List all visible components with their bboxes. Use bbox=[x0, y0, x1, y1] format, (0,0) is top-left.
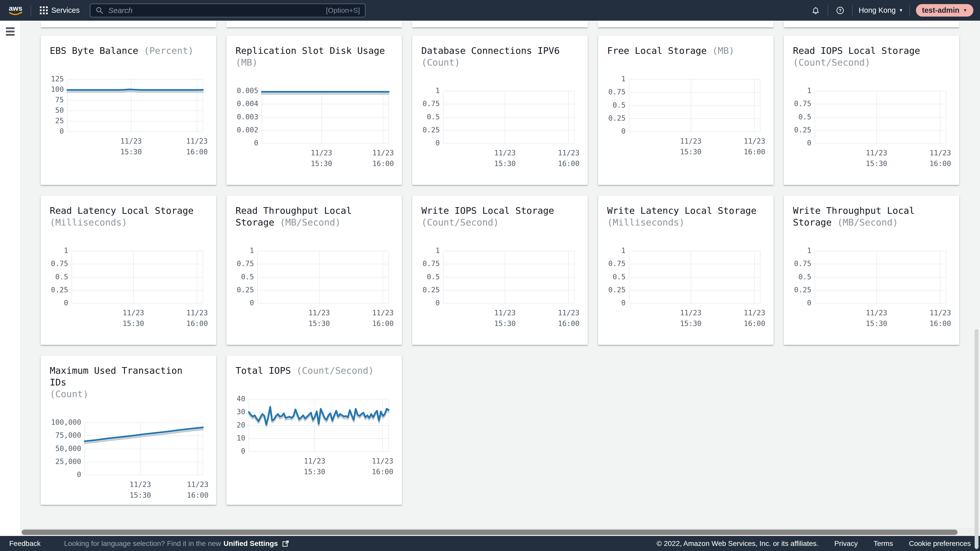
x-tick-label: 11/2316:00 bbox=[929, 148, 951, 169]
plot-area[interactable]: 11/2315:3011/2316:00 bbox=[629, 251, 760, 303]
x-tick-label: 11/2316:00 bbox=[372, 308, 393, 329]
chart-area[interactable]: 10.750.50.25011/2315:3011/2316:00 bbox=[793, 91, 946, 143]
plot-area[interactable]: 11/2315:3011/2316:00 bbox=[262, 91, 389, 143]
chart-area[interactable]: 10.750.50.25011/2315:3011/2316:00 bbox=[235, 251, 389, 303]
chart-area[interactable]: 10.750.50.25011/2315:3011/2316:00 bbox=[793, 251, 946, 303]
gridline bbox=[629, 131, 760, 132]
chart-area[interactable]: 125100755025011/2315:3011/2316:00 bbox=[50, 79, 203, 131]
y-tick-label: 1 bbox=[250, 247, 254, 254]
y-tick-label: 0.75 bbox=[794, 260, 811, 267]
chevron-down-icon: ▼ bbox=[963, 8, 967, 13]
y-tick-label: 0 bbox=[807, 140, 811, 147]
x-tick-label: 11/2316:00 bbox=[372, 148, 394, 169]
user-menu-button[interactable]: test-admin ▼ bbox=[916, 4, 974, 17]
metric-line-shadow bbox=[85, 429, 203, 443]
gridline bbox=[815, 104, 946, 104]
vertical-scrollbar-thumb[interactable] bbox=[975, 329, 978, 549]
chart-title: Total IOPS (Count/Second) bbox=[235, 365, 389, 376]
metric-card[interactable]: Replication Slot Disk Usage(MB)0.0050.00… bbox=[226, 36, 402, 185]
metric-card[interactable]: EBS Byte Balance (Percent)12510075502501… bbox=[41, 36, 216, 185]
copyright-text: © 2022, Amazon Web Services, Inc. or its… bbox=[657, 540, 818, 548]
y-tick-label: 40 bbox=[237, 395, 245, 403]
gridline bbox=[946, 251, 946, 303]
metric-card[interactable]: Read Latency Local Storage(Milliseconds)… bbox=[41, 196, 216, 345]
partial-metric-card[interactable] bbox=[784, 21, 959, 27]
gridline bbox=[940, 251, 940, 303]
gridline bbox=[319, 251, 320, 303]
metric-card[interactable]: Write Latency Local Storage(Milliseconds… bbox=[598, 196, 773, 345]
gridline bbox=[629, 303, 760, 303]
chart-area[interactable]: 10.750.50.25011/2315:3011/2316:00 bbox=[422, 91, 574, 143]
plot-area[interactable]: 11/2315:3011/2316:00 bbox=[815, 91, 946, 143]
global-search-box[interactable]: [Option+S] bbox=[90, 3, 366, 17]
metric-card[interactable]: Maximum Used Transaction IDs(Count)100,0… bbox=[41, 356, 216, 505]
plot-area[interactable]: 11/2315:3011/2316:00 bbox=[443, 251, 574, 303]
x-tick-label: 11/2315:30 bbox=[123, 308, 144, 329]
metric-card[interactable]: Total IOPS (Count/Second)40302010011/231… bbox=[226, 356, 402, 505]
unified-settings-link[interactable]: Unified Settings bbox=[224, 540, 278, 548]
metric-card[interactable]: Write IOPS Local Storage(Count/Second)10… bbox=[412, 196, 588, 345]
y-tick-label: 0.75 bbox=[423, 100, 440, 107]
services-menu-button[interactable]: Services bbox=[37, 4, 82, 17]
plot-area[interactable]: 11/2315:3011/2316:00 bbox=[85, 422, 203, 475]
cookie-preferences-link[interactable]: Cookie preferences bbox=[909, 540, 971, 548]
chart-area[interactable]: 0.0050.0040.0030.002011/2315:3011/2316:0… bbox=[235, 91, 389, 143]
gridline bbox=[815, 251, 815, 303]
notifications-button[interactable] bbox=[810, 5, 821, 16]
plot-area[interactable]: 11/2315:3011/2316:00 bbox=[67, 79, 203, 131]
metric-line bbox=[249, 407, 389, 424]
plot-area[interactable]: 11/2315:3011/2316:00 bbox=[443, 91, 574, 143]
open-menu-button[interactable] bbox=[6, 27, 14, 36]
metric-card[interactable]: Database Connections IPV6(Count)10.750.5… bbox=[412, 36, 588, 185]
help-button[interactable]: ? bbox=[834, 5, 846, 16]
partial-metric-card[interactable] bbox=[412, 21, 588, 27]
chart-area[interactable]: 10.750.50.25011/2315:3011/2316:00 bbox=[50, 251, 203, 303]
y-tick-label: 0 bbox=[435, 140, 440, 147]
plot-area[interactable]: 11/2315:3011/2316:00 bbox=[815, 251, 946, 303]
terms-link[interactable]: Terms bbox=[873, 540, 893, 548]
y-tick-label: 0.25 bbox=[423, 286, 440, 294]
language-selection-note: Looking for language selection? Find it … bbox=[64, 540, 289, 548]
chart-area[interactable]: 10.750.50.25011/2315:3011/2316:00 bbox=[422, 251, 574, 303]
y-tick-label: 0.003 bbox=[237, 114, 258, 121]
partial-metric-card[interactable] bbox=[41, 21, 216, 27]
y-axis-labels: 10.750.50.250 bbox=[607, 79, 629, 131]
chart-title: Database Connections IPV6(Count) bbox=[422, 45, 574, 68]
privacy-link[interactable]: Privacy bbox=[834, 540, 858, 548]
gridline bbox=[72, 303, 203, 303]
hamburger-icon bbox=[6, 27, 14, 29]
bell-icon bbox=[811, 6, 820, 15]
search-input[interactable] bbox=[108, 6, 326, 15]
plot-area[interactable]: 11/2315:3011/2316:00 bbox=[72, 251, 203, 303]
x-tick-label: 11/2316:00 bbox=[744, 136, 765, 157]
aws-logo[interactable]: aws bbox=[6, 5, 24, 16]
gridline bbox=[629, 92, 760, 93]
horizontal-scrollbar-thumb[interactable] bbox=[22, 530, 958, 535]
y-tick-label: 20 bbox=[237, 422, 245, 429]
gridline bbox=[72, 290, 203, 291]
plot-area[interactable]: 11/2315:3011/2316:00 bbox=[249, 399, 389, 451]
gridline bbox=[568, 251, 569, 303]
chart-area[interactable]: 10.750.50.25011/2315:3011/2316:00 bbox=[607, 251, 760, 303]
chart-title: Read IOPS Local Storage(Count/Second) bbox=[793, 45, 946, 68]
region-selector[interactable]: Hong Kong ▼ bbox=[859, 6, 903, 14]
feedback-link[interactable]: Feedback bbox=[9, 540, 41, 548]
y-tick-label: 50,000 bbox=[56, 445, 81, 452]
chart-area[interactable]: 40302010011/2315:3011/2316:00 bbox=[235, 399, 389, 451]
y-tick-label: 0.5 bbox=[798, 273, 811, 281]
metric-card[interactable]: Read IOPS Local Storage(Count/Second)10.… bbox=[784, 36, 959, 185]
metric-card[interactable]: Write Throughput LocalStorage (MB/Second… bbox=[784, 196, 959, 345]
chart-area[interactable]: 10.750.50.25011/2315:3011/2316:00 bbox=[607, 79, 760, 131]
plot-area[interactable]: 11/2315:3011/2316:00 bbox=[629, 79, 760, 131]
gridline bbox=[568, 91, 569, 143]
partial-metric-card[interactable] bbox=[226, 21, 402, 27]
plot-area[interactable]: 11/2315:3011/2316:00 bbox=[258, 251, 389, 303]
chart-area[interactable]: 100,00075,00050,00025,000011/2315:3011/2… bbox=[50, 422, 203, 475]
gridline bbox=[505, 91, 505, 143]
y-tick-label: 0 bbox=[77, 471, 81, 478]
metric-card[interactable]: Read Throughput LocalStorage (MB/Second)… bbox=[226, 196, 402, 345]
partial-metric-card[interactable] bbox=[598, 21, 773, 27]
gridline bbox=[815, 91, 815, 143]
metric-card[interactable]: Free Local Storage (MB)10.750.50.25011/2… bbox=[598, 36, 773, 185]
x-tick-label: 11/2316:00 bbox=[186, 308, 208, 329]
